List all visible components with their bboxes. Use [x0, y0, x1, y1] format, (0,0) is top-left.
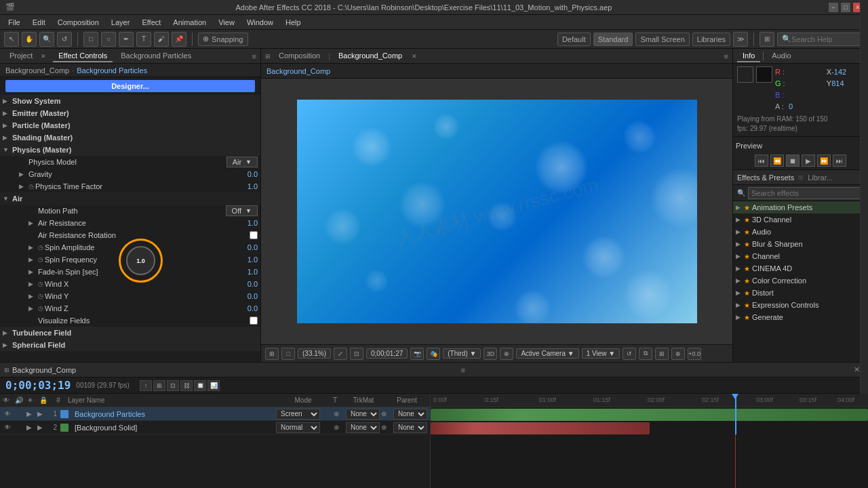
- preview-play-btn[interactable]: ▶: [802, 155, 815, 167]
- layer2-audio-btn[interactable]: [14, 423, 23, 432]
- toolbar-toggle-panels[interactable]: ⊞: [760, 32, 774, 47]
- maximize-button[interactable]: □: [841, 3, 850, 12]
- menu-file[interactable]: File: [3, 17, 26, 28]
- panel-menu-icon[interactable]: ≡: [252, 52, 256, 60]
- motion-path-row[interactable]: Motion Path Off ▼: [0, 205, 260, 217]
- timeline-timecode[interactable]: 0;00;03;19: [5, 379, 71, 392]
- layer2-vis-btn[interactable]: 👁: [3, 423, 12, 432]
- menu-view[interactable]: View: [213, 17, 240, 28]
- shading-master-section[interactable]: ▶ Shading (Master): [0, 131, 260, 144]
- workspace-standard[interactable]: Standard: [593, 33, 633, 46]
- tab-audio[interactable]: Audio: [766, 50, 796, 62]
- gravity-row[interactable]: ▶ Gravity 0.0: [0, 168, 260, 180]
- tl-btn-lifter[interactable]: ↑: [140, 380, 152, 391]
- tab-background-particles[interactable]: Background Particles: [115, 50, 197, 62]
- layer1-sub-expand[interactable]: ▶: [35, 409, 45, 419]
- tab-close-project[interactable]: ✕: [41, 53, 46, 60]
- effect-cat-generate[interactable]: ▶ ★ Generate: [733, 311, 868, 323]
- comp-tb-preview[interactable]: 🎭: [427, 348, 440, 360]
- ptf-value[interactable]: 1.0: [224, 182, 258, 190]
- preview-next-btn[interactable]: ⏩: [817, 155, 831, 167]
- comp-tab-close[interactable]: ✕: [412, 53, 417, 60]
- layer2-sub-expand[interactable]: ▶: [35, 423, 45, 432]
- particle-master-section[interactable]: ▶ Particle (Master): [0, 119, 260, 131]
- comp-tb-3d2[interactable]: ⧉: [639, 348, 652, 360]
- fade-in-spin-value[interactable]: 1.0: [224, 268, 258, 276]
- layer2-trkmat-select[interactable]: None: [346, 422, 380, 433]
- playhead[interactable]: [735, 394, 736, 434]
- preview-last-btn[interactable]: ⏭: [833, 155, 846, 167]
- vis-fields-checkbox[interactable]: [250, 317, 258, 325]
- layer2-expand-btn[interactable]: ▶: [24, 423, 34, 432]
- preview-stop-btn[interactable]: ⏹: [786, 155, 800, 167]
- toolbar-rect[interactable]: □: [83, 32, 98, 47]
- timeline-menu-icon[interactable]: ≡: [460, 366, 465, 374]
- tl-btn-render[interactable]: ⊡: [167, 380, 179, 391]
- layer1-parent-select[interactable]: None: [393, 409, 427, 420]
- physics-model-row[interactable]: Physics Model Air ▼: [0, 156, 260, 168]
- comp-tb-fit[interactable]: ⤢: [334, 348, 347, 360]
- spin-amplitude-row[interactable]: ▶ ◷ Spin Amplitude 0.0: [0, 241, 260, 253]
- effect-cat-cinema4d[interactable]: ▶ ★ CINEMA 4D: [733, 262, 868, 274]
- air-resistance-value[interactable]: 1.0: [224, 219, 258, 227]
- air-resistance-row[interactable]: ▶ Air Resistance 1.0: [0, 217, 260, 229]
- air-resistance-rotation-row[interactable]: Air Resistance Rotation: [0, 229, 260, 241]
- preview-prev-btn[interactable]: ⏪: [770, 155, 784, 167]
- arr-checkbox[interactable]: [250, 231, 258, 239]
- effects-search-area[interactable]: 🔍: [733, 185, 868, 201]
- wind-x-value[interactable]: 0.0: [224, 280, 258, 288]
- preview-first-btn[interactable]: ⏮: [755, 155, 768, 167]
- comp-tb-view-mode[interactable]: ⊞: [265, 348, 279, 360]
- tab-info[interactable]: Info: [737, 50, 760, 62]
- layer2-parent-select[interactable]: None: [393, 422, 427, 433]
- layer1-name[interactable]: Background Particles: [72, 410, 275, 418]
- layer-row-1[interactable]: 👁 ▶ ▶ 1 Background Particles Screen Norm…: [0, 407, 430, 421]
- wind-z-row[interactable]: ▶ ◷ Wind Z 0.0: [0, 302, 260, 314]
- toolbar-zoom[interactable]: 🔍: [39, 32, 54, 47]
- menu-composition[interactable]: Composition: [52, 17, 104, 28]
- effect-cat-blur-sharpen[interactable]: ▶ ★ Blur & Sharpen: [733, 238, 868, 250]
- effect-cat-distort[interactable]: ▶ ★ Distort: [733, 287, 868, 299]
- comp-tb-snap[interactable]: ⊕: [500, 348, 513, 360]
- physics-time-factor-row[interactable]: ▶ ◷ Physics Time Factor 1.0: [0, 180, 260, 192]
- effect-cat-audio[interactable]: ▶ ★ Audio: [733, 226, 868, 238]
- search-help-input[interactable]: [791, 35, 859, 43]
- wind-z-value[interactable]: 0.0: [224, 304, 258, 312]
- gravity-value[interactable]: 0.0: [224, 170, 258, 178]
- turbulence-section[interactable]: ▶ Turbulence Field: [0, 327, 260, 339]
- tab-background-comp[interactable]: Background_Comp: [333, 50, 408, 62]
- menu-help[interactable]: Help: [280, 17, 307, 28]
- motion-path-value[interactable]: Off ▼: [226, 205, 258, 216]
- comp-tb-rot[interactable]: ↺: [623, 348, 636, 360]
- workspace-small-screen[interactable]: Small Screen: [635, 33, 689, 46]
- layer2-mode-select[interactable]: Normal Screen Add: [276, 422, 320, 433]
- menu-animation[interactable]: Animation: [167, 17, 212, 28]
- comp-tb-offset[interactable]: +0.0: [688, 348, 701, 360]
- toolbar-rotate[interactable]: ↺: [57, 32, 72, 47]
- tl-btn-graph[interactable]: 📊: [208, 380, 220, 391]
- workspace-libraries[interactable]: Libraries: [692, 33, 730, 46]
- comp-panel-menu[interactable]: ≡: [724, 52, 728, 60]
- tl-btn-link[interactable]: ⛓: [180, 380, 193, 391]
- comp-tb-gizmo[interactable]: ⊕: [671, 348, 685, 360]
- physics-model-value[interactable]: Air ▼: [226, 157, 258, 167]
- tab-effect-controls[interactable]: Effect Controls: [53, 50, 113, 62]
- tab-project[interactable]: Project: [4, 50, 38, 62]
- search-help-box[interactable]: 🔍: [777, 33, 864, 46]
- effect-cat-animation-presets[interactable]: ▶ ★ Animation Presets: [733, 201, 868, 214]
- layer1-vis-btn[interactable]: 👁: [3, 409, 12, 419]
- menu-effect[interactable]: Effect: [136, 17, 166, 28]
- toolbar-pen[interactable]: ✒: [119, 32, 134, 47]
- spin-frequency-row[interactable]: ▶ ◷ Spin Frequency 1.0: [0, 253, 260, 266]
- comp-zoom-label[interactable]: (33.1%): [298, 348, 331, 359]
- workspace-default[interactable]: Default: [557, 33, 591, 46]
- toolbar-type[interactable]: T: [136, 32, 151, 47]
- comp-camera-label[interactable]: Active Camera ▼: [516, 348, 578, 359]
- fade-in-spin-row[interactable]: ▶ Fade-in Spin [sec] 1.0: [0, 266, 260, 278]
- comp-tb-camera[interactable]: 📷: [410, 348, 424, 360]
- effect-cat-channel[interactable]: ▶ ★ Channel: [733, 250, 868, 262]
- spin-frequency-value[interactable]: 1.0: [224, 256, 258, 264]
- workspace-expand[interactable]: ≫: [733, 32, 748, 47]
- effect-cat-3d-channel[interactable]: ▶ ★ 3D Channel: [733, 214, 868, 226]
- comp-view-label[interactable]: (Third) ▼: [443, 348, 481, 359]
